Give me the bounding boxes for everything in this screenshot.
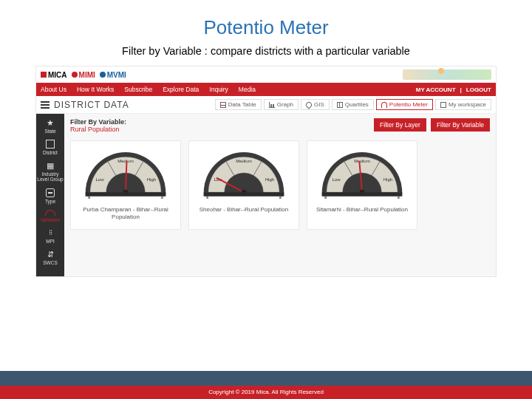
- tab-label: My workspace: [449, 101, 486, 108]
- page-title: DISTRICT DATA: [54, 100, 129, 110]
- nav-about-us[interactable]: About Us: [41, 86, 66, 93]
- svg-text:Low: Low: [332, 177, 341, 182]
- table-icon: [220, 102, 226, 108]
- tab-label: Quartiles: [345, 101, 369, 108]
- svg-rect-11: [204, 192, 284, 196]
- filter-value: Rural Population: [70, 126, 126, 133]
- filter-buttons: Filter By Layer Filter By Variable: [374, 118, 490, 132]
- tab-label: Data Table: [228, 101, 256, 108]
- workspace-icon: [440, 102, 446, 108]
- svg-text:Medium: Medium: [354, 158, 370, 163]
- gauge-card: LowMediumHigh Sheohar - Bihar--Rural Pop…: [188, 140, 299, 230]
- pin-icon: [304, 100, 313, 109]
- sidenav-state[interactable]: State: [44, 118, 55, 134]
- logo-mimi: MIMI: [72, 71, 95, 79]
- swcs-icon: [46, 250, 55, 259]
- gauge-card: LowMediumHigh Purba Champaran - Bihar--R…: [70, 140, 181, 230]
- industry-icon: [46, 161, 55, 170]
- gauge-chart: LowMediumHigh: [75, 147, 176, 199]
- svg-text:Medium: Medium: [117, 158, 134, 163]
- tab-my-workspace[interactable]: My workspace: [435, 99, 491, 110]
- district-icon: [46, 140, 55, 149]
- sidenav-label: SWCS: [43, 260, 58, 265]
- tab-potentio-meter[interactable]: Potentio Meter: [376, 99, 433, 110]
- slide-title: Potentio Meter: [0, 0, 532, 45]
- top-nav-left: About Us How It Works Subscribe Explore …: [41, 86, 256, 93]
- quartiles-icon: [337, 102, 343, 108]
- nav-subscribe[interactable]: Subscribe: [124, 86, 152, 93]
- nav-how-it-works[interactable]: How It Works: [77, 86, 114, 93]
- nav-my-account[interactable]: MY ACCOUNT: [416, 86, 456, 93]
- gauge-caption: Sitamarhi - Bihar--Rural Population: [312, 206, 412, 214]
- filter-by-variable-button[interactable]: Filter By Variable: [431, 118, 490, 132]
- gauge-chart: LowMediumHigh: [312, 147, 412, 199]
- hamburger-icon[interactable]: [41, 101, 50, 109]
- tab-label: Graph: [277, 101, 293, 108]
- graph-icon: [269, 102, 275, 108]
- sidenav-industry-level-group[interactable]: Industry Level Group: [36, 161, 64, 182]
- content-area: Filter By Variable: Rural Population Fil…: [64, 114, 496, 276]
- tab-quartiles[interactable]: Quartiles: [332, 99, 374, 110]
- gauge-caption: Purba Champaran - Bihar--Rural Populatio…: [75, 206, 176, 222]
- sidenav-label: MPI: [46, 239, 55, 244]
- variables-icon: [45, 210, 55, 216]
- copyright: Copyright © 2019 Mica. All Rights Reserv…: [0, 386, 532, 399]
- page-header: DISTRICT DATA Data Table Graph GIS Quart…: [36, 96, 496, 114]
- sidenav-label: State: [44, 129, 55, 134]
- app-window: MICA MIMI MVMI About Us How It Works Sub…: [35, 66, 497, 277]
- view-tabs: Data Table Graph GIS Quartiles Potentio …: [215, 99, 491, 110]
- tab-data-table[interactable]: Data Table: [215, 99, 262, 110]
- sidenav-label: Type: [45, 199, 55, 204]
- gauge-caption: Sheohar - Bihar--Rural Population: [194, 206, 294, 214]
- sidenav-type[interactable]: Type: [45, 188, 55, 204]
- logo-mvmi: MVMI: [100, 71, 126, 79]
- tab-label: Potentio Meter: [389, 101, 428, 108]
- svg-text:High: High: [265, 177, 275, 182]
- logo-bar: MICA MIMI MVMI: [36, 66, 496, 83]
- sidenav-label: Industry Level Group: [36, 171, 64, 182]
- logo-group: MICA MIMI MVMI: [41, 71, 126, 79]
- sidenav-mpi[interactable]: MPI: [46, 228, 55, 244]
- header-banner-illustration: [403, 69, 491, 80]
- slide-subtitle: Filter by Variable : compare districts w…: [0, 45, 532, 63]
- svg-text:High: High: [383, 177, 393, 182]
- nav-media[interactable]: Media: [239, 86, 256, 93]
- nav-logout[interactable]: LOGOUT: [466, 86, 491, 93]
- svg-text:Medium: Medium: [236, 158, 252, 163]
- sidenav-label: Variables: [41, 217, 61, 222]
- filter-label: Filter By Variable:: [70, 118, 126, 126]
- svg-text:High: High: [147, 177, 157, 182]
- svg-rect-5: [86, 192, 166, 196]
- sidenav-label: District: [43, 150, 58, 155]
- footer-bar: [0, 371, 532, 386]
- sidenav-variables[interactable]: Variables: [41, 210, 61, 222]
- logo-mica: MICA: [41, 71, 67, 79]
- top-nav: About Us How It Works Subscribe Explore …: [36, 83, 496, 96]
- side-nav: State District Industry Level Group Type…: [36, 114, 64, 276]
- page-header-left: DISTRICT DATA: [41, 100, 129, 110]
- mpi-icon: [46, 228, 55, 237]
- content-header: Filter By Variable: Rural Population Fil…: [70, 118, 490, 133]
- sidenav-swcs[interactable]: SWCS: [43, 250, 58, 265]
- svg-text:Low: Low: [95, 177, 104, 182]
- sidenav-district[interactable]: District: [43, 140, 58, 155]
- type-icon: [46, 188, 55, 197]
- filter-by-layer-button[interactable]: Filter By Layer: [374, 118, 426, 132]
- nav-sep: |: [460, 86, 462, 93]
- filter-info: Filter By Variable: Rural Population: [70, 118, 126, 133]
- top-nav-right: MY ACCOUNT | LOGOUT: [416, 86, 491, 93]
- tab-gis[interactable]: GIS: [301, 99, 330, 110]
- svg-rect-17: [322, 192, 403, 196]
- nav-explore-data[interactable]: Explore Data: [163, 86, 199, 93]
- star-icon: [46, 118, 55, 127]
- gauge-icon: [381, 102, 387, 108]
- nav-inquiry[interactable]: Inquiry: [209, 86, 228, 93]
- gauge-row: LowMediumHigh Purba Champaran - Bihar--R…: [70, 140, 490, 230]
- gauge-chart: LowMediumHigh: [194, 147, 294, 199]
- tab-label: GIS: [314, 101, 324, 108]
- gauge-card: LowMediumHigh Sitamarhi - Bihar--Rural P…: [307, 140, 417, 230]
- body: State District Industry Level Group Type…: [36, 114, 496, 276]
- tab-graph[interactable]: Graph: [264, 99, 299, 110]
